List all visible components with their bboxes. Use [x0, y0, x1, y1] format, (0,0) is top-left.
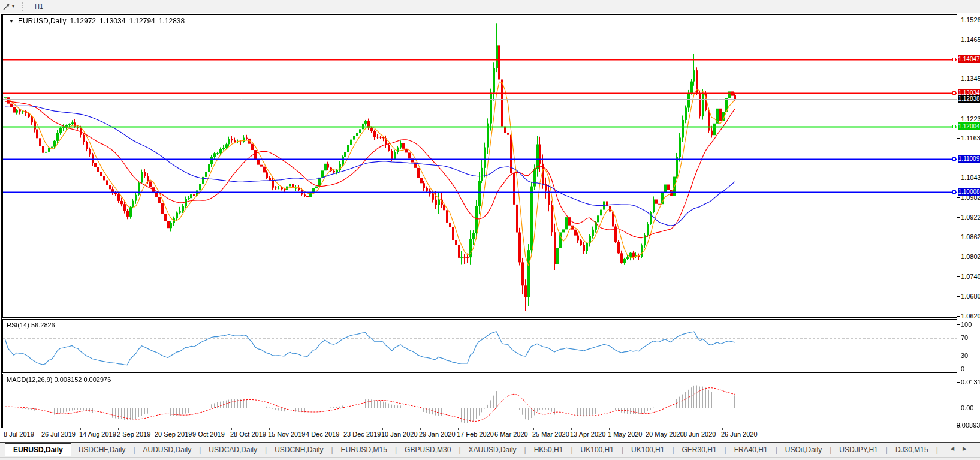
chart-tab-ger30-h1[interactable]: GER30,H1 — [675, 443, 724, 456]
date-tick — [458, 428, 459, 430]
date-label: 20 May 2020 — [646, 431, 684, 438]
date-label: 1 May 2020 — [608, 431, 642, 438]
price-tick-label: 1.07405 — [961, 273, 980, 280]
price-badge: 1.12004 — [958, 122, 980, 130]
tab-separator: | — [936, 446, 939, 454]
date-label: 9 Oct 2019 — [192, 431, 225, 438]
chart-tab-eurusd-daily[interactable]: EURUSD,Daily — [5, 443, 71, 456]
chart-tab-uk100-h1[interactable]: UK100,H1 — [624, 443, 671, 456]
date-tick — [647, 428, 647, 430]
price-tick — [957, 20, 960, 20]
price-tick — [957, 79, 960, 79]
price-tick — [957, 138, 960, 139]
trendline-arrow-icon[interactable] — [1, 2, 12, 11]
rsi-tick — [957, 369, 960, 369]
chart-tab-bar: EURUSD,DailyUSDCHF,Daily|AUDUSD,Daily|US… — [0, 443, 980, 457]
main-price-pane: ▼EURUSD,Daily1.129721.130341.127941.1283… — [2, 14, 957, 318]
chart-tab-audusd-daily[interactable]: AUDUSD,Daily — [136, 443, 199, 456]
date-label: 26 Jul 2019 — [41, 431, 76, 438]
rsi-tick-label: 0 — [961, 365, 964, 372]
price-tick-label: 1.10435 — [961, 174, 980, 181]
price-badge: 1.14047 — [958, 55, 980, 63]
chart-header: ▼EURUSD,Daily1.129721.130341.127941.1283… — [9, 17, 185, 25]
macd-tick-label: -0.00893 — [954, 422, 980, 429]
date-label: 14 Aug 2019 — [79, 431, 116, 438]
chart-tab-hk50-h1[interactable]: HK50,H1 — [527, 443, 571, 456]
chart-tab-eurusd-m15[interactable]: EURUSD,M15 — [334, 443, 394, 456]
date-label: 10 Jan 2020 — [381, 431, 418, 438]
date-label: 8 Jun 2020 — [683, 431, 716, 438]
price-tick-label: 1.08620 — [961, 233, 980, 240]
macd-tick-label: 0.00 — [961, 404, 973, 411]
date-tick — [118, 428, 119, 430]
macd-signal-value: 0.002976 — [83, 376, 111, 383]
price-tick — [957, 276, 960, 277]
price-tick-label: 1.12235 — [961, 115, 980, 122]
date-label: 2 Sep 2019 — [117, 431, 150, 438]
date-label: 25 Mar 2020 — [532, 431, 569, 438]
price-tick-label: 1.15265 — [961, 16, 980, 23]
tools-dropdown-caret[interactable]: ▾ — [12, 4, 19, 9]
price-tick — [957, 217, 960, 218]
price-tick-label: 1.09220 — [961, 214, 980, 221]
timeframe-button-h1[interactable]: H1 — [29, 1, 53, 12]
macd-label: MACD(12,26,9) 0.003152 0.002976 — [7, 376, 111, 383]
tab-scroll-arrows: ◀▶ — [950, 446, 975, 452]
top-toolbar: ▾ M1M5M15M30H1H4D1W1MN — [0, 0, 980, 13]
tab-scroll-left-icon[interactable]: ◀ — [950, 446, 963, 452]
date-label: 29 Jan 2020 — [419, 431, 456, 438]
chart-symbol: EURUSD,Daily — [18, 17, 67, 25]
macd-tick — [957, 382, 960, 383]
date-tick — [231, 428, 232, 430]
price-tick — [957, 178, 960, 178]
date-label: 28 Oct 2019 — [230, 431, 266, 438]
rsi-tick — [957, 338, 960, 338]
chart-tab-xauusd-daily[interactable]: XAUUSD,Daily — [462, 443, 524, 456]
chart-tab-fra40-h1[interactable]: FRA40,H1 — [727, 443, 775, 456]
price-tick — [957, 40, 960, 40]
date-label: 23 Dec 2019 — [343, 431, 381, 438]
tab-scroll-right-icon[interactable]: ▶ — [963, 446, 975, 452]
rsi-value: 56.2826 — [31, 321, 55, 329]
chart-tab-gbpusd-m30[interactable]: GBPUSD,M30 — [397, 443, 458, 456]
price-tick-label: 1.06805 — [961, 293, 980, 300]
ohlc-open: 1.12972 — [70, 17, 96, 25]
date-label: 17 Feb 2020 — [457, 431, 494, 438]
ohlc-high: 1.13034 — [99, 17, 125, 25]
chart-tab-usdjpy-h1[interactable]: USDJPY,H1 — [832, 443, 885, 456]
price-tick — [957, 257, 960, 257]
macd-pane: MACD(12,26,9) 0.003152 0.002976 — [2, 374, 957, 428]
date-tick — [156, 428, 156, 430]
price-tick — [957, 197, 960, 198]
chart-tab-uk100-h1[interactable]: UK100,H1 — [574, 443, 621, 456]
date-tick — [194, 428, 194, 430]
date-tick — [269, 428, 270, 430]
rsi-tick-label: 70 — [961, 334, 968, 341]
main-chart-canvas[interactable] — [3, 15, 957, 317]
ohlc-close: 1.12838 — [159, 17, 185, 25]
rsi-name: RSI(14) — [7, 321, 29, 329]
date-label: 26 Jun 2020 — [721, 431, 758, 438]
rsi-canvas[interactable] — [3, 320, 957, 372]
date-label: 6 Mar 2020 — [494, 431, 528, 438]
price-tick-label: 1.13450 — [961, 75, 980, 82]
date-tick — [382, 428, 383, 430]
chart-tab-usdcnh-daily[interactable]: USDCNH,Daily — [267, 443, 330, 456]
price-tick-label: 1.11635 — [961, 134, 980, 142]
date-label: 15 Nov 2019 — [268, 431, 305, 438]
chart-tab-usoil-daily[interactable]: USOil,Daily — [778, 443, 829, 456]
date-tick — [345, 428, 345, 430]
price-tick-label: 1.06205 — [961, 312, 980, 320]
price-tick — [957, 237, 960, 237]
rsi-tick — [957, 356, 960, 356]
chart-tab-dj30-m15[interactable]: DJ30,M15 — [888, 443, 936, 456]
date-tick — [533, 428, 534, 430]
date-label: 20 Sep 2019 — [155, 431, 192, 438]
macd-tick-label: 0.01312 — [961, 378, 980, 386]
symbol-dropdown-icon[interactable]: ▼ — [9, 19, 14, 24]
macd-canvas[interactable] — [3, 374, 957, 428]
toolbar-grip[interactable] — [22, 2, 23, 11]
chart-tab-usdcad-daily[interactable]: USDCAD,Daily — [201, 443, 264, 456]
chart-tab-usdchf-daily[interactable]: USDCHF,Daily — [71, 443, 133, 456]
rsi-tick-label: 100 — [961, 321, 972, 328]
